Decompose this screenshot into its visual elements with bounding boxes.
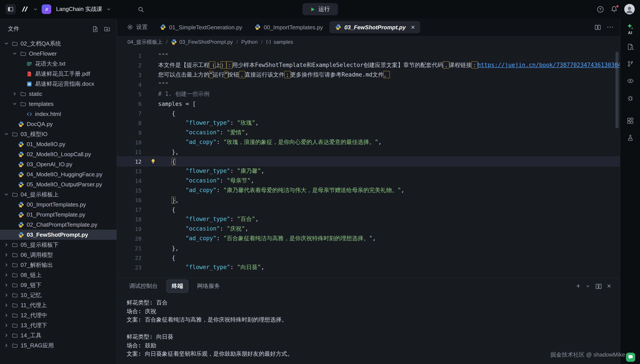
chevron-right-icon[interactable] [4, 242, 9, 248]
notifications-bell-icon[interactable] [611, 6, 618, 13]
code-line[interactable]: 9 "occasion": "爱情", [117, 128, 620, 138]
tree-item[interactable]: 15_RAG应用 [0, 340, 117, 350]
tree-item[interactable]: 07_解析输出 [0, 260, 117, 270]
tree-item[interactable]: 09_链下 [0, 280, 117, 290]
code-line[interactable]: 21 }, [117, 243, 620, 253]
project-avatar[interactable] [42, 4, 51, 14]
app-logo-icon[interactable] [20, 4, 29, 14]
breadcrumb-item[interactable]: 04_提示模板上 [127, 38, 162, 46]
chevron-right-icon[interactable] [4, 262, 9, 268]
debug-button[interactable] [627, 94, 634, 103]
chevron-down-icon[interactable] [4, 131, 9, 137]
chevron-right-icon[interactable] [4, 332, 9, 338]
chevron-down-icon[interactable] [4, 192, 9, 197]
tree-item[interactable]: 04_ModelIO_HuggingFace.py [0, 169, 117, 180]
chevron-right-icon[interactable] [4, 302, 9, 308]
chevron-right-icon[interactable] [4, 292, 9, 298]
code-line[interactable]: 3您可以点击最上方的“运行”按钮，直接运行该文件；更多操作指引请参考Readme… [117, 70, 620, 80]
tree-item[interactable]: 02_ModelIO_LoopCall.py [0, 149, 117, 159]
chevron-right-icon[interactable] [4, 272, 9, 278]
tree-item[interactable]: W易速鲜花运营指南.docx [0, 79, 117, 89]
more-actions-icon[interactable]: ⋯ [607, 24, 614, 30]
tree-item[interactable]: OneFlower [0, 48, 117, 58]
user-avatar[interactable] [624, 4, 635, 14]
search-icon[interactable] [137, 6, 144, 12]
tree-item[interactable]: 01_ModelIO.py [0, 139, 117, 149]
sidebar-toggle-button[interactable] [5, 4, 16, 14]
code-line[interactable]: 23 "flower_type": "向日葵", [117, 262, 620, 272]
code-line[interactable]: 11 }, [117, 147, 620, 156]
preview-button[interactable] [627, 78, 634, 86]
tree-item[interactable]: 12_代理中 [0, 310, 117, 320]
help-icon[interactable]: ? [597, 6, 604, 13]
chevron-down-icon[interactable] [585, 284, 590, 288]
code-line[interactable]: 13 "flower_type": "康乃馨", [117, 166, 620, 176]
new-terminal-button[interactable]: + [576, 282, 580, 290]
tree-item[interactable]: 05_ModelIO_OutputParser.py [0, 180, 117, 190]
new-file-button[interactable] [92, 26, 99, 32]
code-line[interactable]: 16 }, [117, 195, 620, 205]
tree-item[interactable]: 易速鲜花员工手册.pdf [0, 69, 117, 79]
chevron-right-icon[interactable] [4, 312, 9, 318]
tree-item[interactable]: 11_代理上 [0, 300, 117, 310]
lightbulb-icon[interactable] [150, 158, 156, 164]
panel-tab[interactable]: 调试控制台 [124, 280, 163, 293]
chevron-right-icon[interactable] [4, 322, 9, 328]
code-line[interactable]: 19 "occasion": "庆祝", [117, 224, 620, 234]
tree-item[interactable]: 02_ChatPromptTemplate.py [0, 220, 117, 230]
breadcrumb-item[interactable]: Python [241, 39, 258, 45]
tree-item[interactable]: 花语大全.txt [0, 58, 117, 69]
ai-assistant-button[interactable]: AI [626, 23, 634, 35]
extensions-button[interactable] [627, 117, 634, 126]
tree-item[interactable]: templates [0, 99, 117, 109]
tree-item[interactable]: 05_提示模板下 [0, 240, 117, 250]
file-search-button[interactable] [627, 43, 634, 52]
code-line[interactable]: 22 { [117, 253, 620, 262]
code-line[interactable]: 15 "ad_copy": "康乃馨代表着母爱的纯洁与伟大，是母亲节赠送给母亲的… [117, 186, 620, 195]
tree-item[interactable]: 03_FewShotPrompt.py [0, 230, 117, 240]
tests-button[interactable] [627, 134, 634, 143]
editor-tab[interactable]: 00_ImportTemplates.py [249, 21, 329, 33]
chevron-down-icon[interactable] [12, 101, 18, 107]
chevron-down-icon[interactable] [33, 7, 38, 12]
tree-item[interactable]: 06_调用模型 [0, 250, 117, 260]
panel-tab[interactable]: 终端 [166, 280, 188, 293]
chevron-down-icon[interactable] [12, 51, 18, 56]
terminal-output[interactable]: 鲜花类型: 百合场合: 庆祝文案: 百合象征着纯洁与高雅，是你庆祝特殊时刻的理想… [117, 294, 620, 364]
new-folder-button[interactable] [104, 26, 110, 32]
split-panel-icon[interactable] [595, 283, 602, 290]
chevron-right-icon[interactable] [4, 282, 9, 288]
chevron-right-icon[interactable] [12, 91, 18, 97]
code-line[interactable]: 20 "ad_copy": "百合象征着纯洁与高雅，是你庆祝特殊时刻的理想选择。… [117, 234, 620, 243]
code-line[interactable]: 5# 1. 创建一些示例 [117, 89, 620, 99]
project-name[interactable]: LangChain 实战课 [56, 5, 102, 13]
code-line[interactable]: 12 { [117, 156, 620, 166]
close-panel-button[interactable]: × [607, 282, 611, 290]
breadcrumb-item[interactable]: samples [266, 39, 293, 45]
chat-widget-button[interactable] [626, 352, 635, 362]
tree-item[interactable]: 03_模型IO [0, 129, 117, 139]
code-line[interactable]: 7 { [117, 108, 620, 118]
code-line[interactable]: 4""" [117, 80, 620, 89]
code-line[interactable]: 10 "ad_copy": "玫瑰，浪漫的象征，是你向心爱的人表达爱意的最佳选择… [117, 138, 620, 147]
chevron-right-icon[interactable] [4, 252, 9, 258]
tree-item[interactable]: 08_链上 [0, 270, 117, 280]
split-editor-icon[interactable] [594, 24, 601, 30]
chevron-down-icon[interactable] [106, 7, 111, 12]
editor-tab[interactable]: 01_SimpleTextGeneration.py [154, 21, 248, 33]
close-icon[interactable]: × [411, 24, 414, 30]
tree-item[interactable]: index.html [0, 109, 117, 119]
run-button[interactable]: 运行 [302, 3, 338, 15]
tree-item[interactable]: 03_OpenAI_IO.py [0, 159, 117, 169]
code-line[interactable]: 6samples = [ [117, 99, 620, 108]
code-line[interactable]: 17 { [117, 205, 620, 214]
panel-tab[interactable]: 网络服务 [192, 280, 225, 293]
code-line[interactable]: 14 "occasion": "母亲节", [117, 176, 620, 186]
tree-item[interactable]: 01_PromptTemplate.py [0, 210, 117, 220]
tree-item[interactable]: 02_文档QA系统 [0, 38, 117, 48]
code-line[interactable]: 8 "flower_type": "玫瑰", [117, 118, 620, 128]
tree-item[interactable]: 04_提示模板上 [0, 190, 117, 200]
tree-item[interactable]: 10_记忆 [0, 290, 117, 300]
editor-tab[interactable]: 设置 [121, 21, 153, 33]
editor-tab[interactable]: 03_FewShotPrompt.py× [329, 21, 420, 33]
